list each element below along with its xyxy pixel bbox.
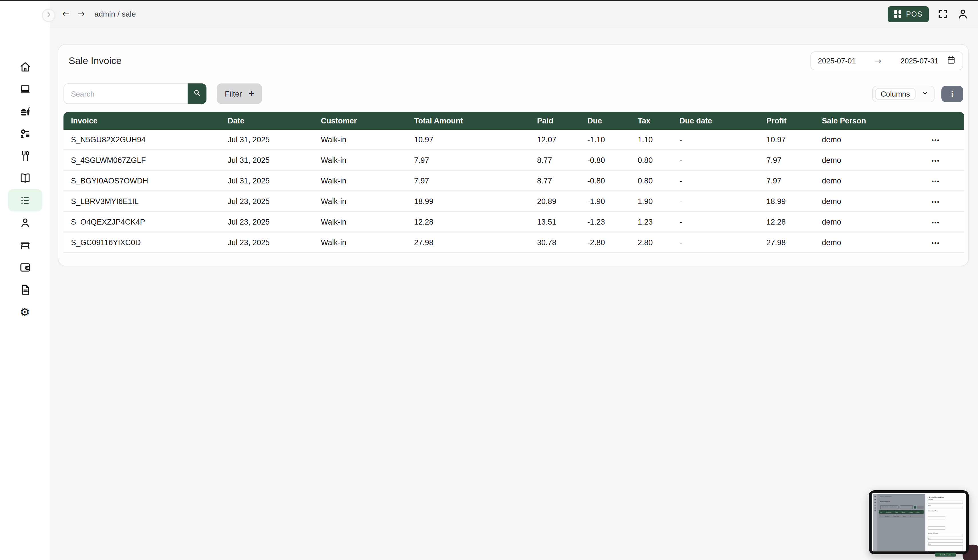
- cell-customer: Walk-in: [313, 171, 407, 192]
- sale-invoice-card: Sale Invoice 2025-07-01 → 2025-07-31 Fil…: [58, 44, 969, 266]
- cell-invoice: S_LBRV3MYI6E1IL: [64, 192, 220, 212]
- row-actions-button[interactable]: •••: [931, 198, 940, 205]
- col-header-date: Date: [220, 112, 313, 130]
- more-options-button[interactable]: ⋮: [941, 85, 963, 102]
- row-actions-button[interactable]: •••: [931, 157, 940, 164]
- cell-date: Jul 31, 2025: [220, 171, 313, 192]
- search-input[interactable]: [64, 83, 187, 104]
- chevron-right-icon: [45, 10, 52, 20]
- sidebar-item-kitchen[interactable]: [8, 122, 42, 145]
- cell-tax: 1.10: [630, 130, 672, 150]
- cell-paid: 30.78: [530, 233, 580, 253]
- burger-drink-icon: [18, 105, 31, 117]
- cell-date: Jul 23, 2025: [220, 192, 313, 212]
- sidebar-item-sale-list[interactable]: [8, 189, 42, 212]
- preview-input: [928, 516, 946, 519]
- preview-form-title: › Create Reservation: [928, 496, 963, 498]
- col-header-actions: [907, 112, 964, 130]
- col-header-due-date: Due date: [672, 112, 759, 130]
- table-row: S_BGYI0AOS7OWDH Jul 31, 2025 Walk-in 7.9…: [64, 171, 964, 192]
- nav-back-arrow[interactable]: ←: [62, 10, 70, 18]
- cell-tax: 2.80: [630, 233, 672, 253]
- topbar-right-cluster: POS: [888, 6, 969, 22]
- date-to-value[interactable]: 2025-07-31: [901, 57, 938, 65]
- search-button[interactable]: [187, 83, 206, 104]
- row-actions-button[interactable]: •••: [931, 218, 940, 225]
- wallet-icon: [18, 261, 31, 273]
- cell-total: 7.97: [407, 171, 530, 192]
- cell-tax: 1.90: [630, 192, 672, 212]
- open-book-icon: [18, 172, 31, 184]
- cell-total: 18.99: [407, 192, 530, 212]
- main-content: Sale Invoice 2025-07-01 → 2025-07-31 Fil…: [50, 27, 978, 560]
- preview-search-button: [914, 505, 916, 508]
- chevron-down-icon: [921, 88, 929, 99]
- cell-invoice: S_N5GU82X2GUH94: [64, 130, 220, 150]
- calendar-icon[interactable]: [938, 55, 956, 67]
- cell-total: 12.28: [407, 212, 530, 233]
- preview-input: [928, 540, 963, 543]
- table-row: S_N5GU82X2GUH94 Jul 31, 2025 Walk-in 10.…: [64, 130, 964, 150]
- table-row: S_4SGLWM067ZGLF Jul 31, 2025 Walk-in 7.9…: [64, 150, 964, 171]
- page-title: Sale Invoice: [69, 55, 122, 67]
- sidebar-item-documents[interactable]: [8, 278, 42, 300]
- preview-reservation-page: admin / reservation Reservation 2025-07-…: [873, 494, 925, 550]
- cell-tax: 0.80: [630, 150, 672, 171]
- sidebar-item-home[interactable]: [8, 55, 42, 78]
- sidebar-item-settings[interactable]: ⚙: [8, 300, 42, 323]
- cell-paid: 20.89: [530, 192, 580, 212]
- card-header: Sale Invoice 2025-07-01 → 2025-07-31: [64, 52, 963, 70]
- sidebar-item-wallet[interactable]: [8, 256, 42, 278]
- cell-invoice: S_BGYI0AOS7OWDH: [64, 171, 220, 192]
- sidebar-item-customers[interactable]: [8, 212, 42, 234]
- cookware-icon: [18, 127, 31, 140]
- cell-profit: 7.97: [759, 150, 814, 171]
- cell-sale-person: demo: [814, 130, 907, 150]
- preview-filter-pill: [918, 505, 924, 508]
- row-actions-button[interactable]: •••: [931, 177, 940, 184]
- sidebar-item-pos-terminal[interactable]: [8, 78, 42, 100]
- row-actions-button[interactable]: •••: [931, 136, 940, 143]
- preview-table-header: IDCustomerTableAreaPeopleDate: [879, 510, 924, 513]
- pos-button-label: POS: [906, 10, 923, 18]
- sidebar-item-tables[interactable]: [8, 234, 42, 256]
- cell-due: -2.80: [580, 233, 630, 253]
- columns-dropdown[interactable]: Columns: [872, 85, 935, 102]
- cell-invoice: S_4SGLWM067ZGLF: [64, 150, 220, 171]
- cell-date: Jul 23, 2025: [220, 233, 313, 253]
- cell-total: 27.98: [407, 233, 530, 253]
- preview-breadcrumb: admin / reservation: [880, 496, 892, 497]
- date-range-picker[interactable]: 2025-07-01 → 2025-07-31: [811, 52, 963, 70]
- preview-input: [928, 506, 963, 510]
- cell-customer: Walk-in: [313, 233, 407, 253]
- table-icon: [18, 238, 31, 251]
- fullscreen-icon[interactable]: [937, 8, 948, 20]
- nav-forward-arrow[interactable]: →: [77, 10, 85, 18]
- cell-sale-person: demo: [814, 192, 907, 212]
- col-header-sale-person: Sale Person: [814, 112, 907, 130]
- pos-button[interactable]: POS: [888, 6, 929, 22]
- date-from-value[interactable]: 2025-07-01: [818, 57, 856, 65]
- col-header-due: Due: [580, 112, 630, 130]
- filter-button-label: Filter: [225, 90, 242, 98]
- sidebar-collapse-toggle[interactable]: [42, 8, 55, 22]
- filter-button[interactable]: Filter +: [217, 83, 262, 104]
- user-icon[interactable]: [957, 8, 969, 20]
- table-toolbar: Filter + Columns ⋮: [64, 83, 963, 104]
- preview-page-title: Reservation: [880, 500, 889, 503]
- sidebar-item-dining[interactable]: [8, 145, 42, 167]
- sidebar-item-food[interactable]: [8, 100, 42, 122]
- screen-preview-thumbnail[interactable]: admin / reservation Reservation 2025-07-…: [869, 490, 969, 554]
- cell-profit: 10.97: [759, 130, 814, 150]
- row-actions-button[interactable]: •••: [931, 239, 940, 246]
- sidebar-item-menu-book[interactable]: [8, 167, 42, 189]
- cell-total: 10.97: [407, 130, 530, 150]
- cell-due: -0.80: [580, 171, 630, 192]
- cell-invoice: S_O4QEXZJP4CK4P: [64, 212, 220, 233]
- preview-mini-sidebar: [873, 494, 877, 550]
- preview-create-reservation-panel: › Create Reservation Customer Table Rese…: [925, 494, 965, 550]
- document-icon: [18, 283, 31, 296]
- cell-profit: 7.97: [759, 171, 814, 192]
- preview-input: [928, 526, 946, 530]
- preview-create-reservation-button: Create Reservation: [935, 553, 956, 557]
